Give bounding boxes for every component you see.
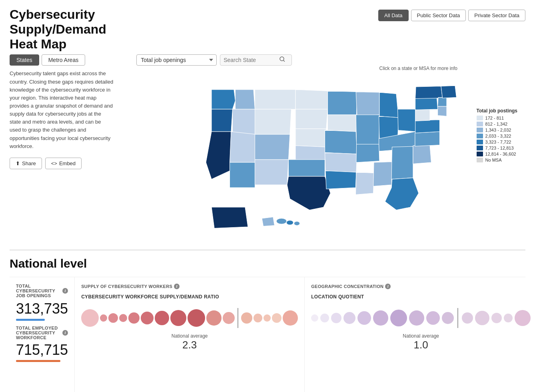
- state-ia[interactable]: [328, 115, 357, 132]
- state-id-s[interactable]: [233, 109, 257, 134]
- search-state-box[interactable]: [220, 54, 292, 66]
- legend-swatch-3: [477, 128, 483, 132]
- header: Cybersecurity Supply/Demand Heat Map All…: [0, 0, 535, 51]
- state-wa[interactable]: [212, 90, 236, 109]
- state-id[interactable]: [236, 90, 255, 109]
- lq-bubble-14: [504, 314, 513, 322]
- svg-line-1: [283, 60, 285, 62]
- state-ny[interactable]: [415, 86, 443, 99]
- state-ar[interactable]: [325, 153, 357, 172]
- lq-bubble-5: [357, 311, 371, 325]
- state-nv[interactable]: [230, 132, 257, 162]
- state-co[interactable]: [255, 134, 290, 160]
- state-va[interactable]: [415, 120, 440, 133]
- state-oh[interactable]: [398, 109, 416, 132]
- legend-swatch-2: [477, 122, 483, 126]
- action-buttons: ⬆ Share <> Embed: [10, 158, 114, 169]
- state-ga[interactable]: [391, 146, 413, 179]
- supply-bubble-7: [155, 311, 169, 325]
- description-text: Cybersecurity talent gaps exist across t…: [10, 70, 114, 150]
- supply-bubble-16: [283, 310, 298, 326]
- supply-info-icon[interactable]: i: [174, 284, 180, 289]
- private-sector-button[interactable]: Private Sector Data: [468, 10, 525, 21]
- job-openings-bar: [16, 319, 45, 321]
- employed-bar: [16, 360, 60, 362]
- embed-icon: <>: [51, 160, 57, 166]
- state-ca[interactable]: [206, 132, 231, 179]
- legend-label-4: 2,033 - 3,322: [485, 134, 511, 138]
- state-al[interactable]: [373, 162, 392, 186]
- legend-label-3: 1,343 - 2,032: [485, 128, 511, 132]
- state-nc[interactable]: [415, 132, 440, 146]
- state-hi-4[interactable]: [294, 222, 300, 226]
- state-nd[interactable]: [295, 90, 329, 109]
- legend-label-2: 812 - 1,342: [485, 122, 508, 126]
- geo-info-icon[interactable]: i: [385, 284, 391, 289]
- state-wy[interactable]: [255, 109, 291, 134]
- lq-bubble-2: [320, 314, 329, 322]
- state-il[interactable]: [356, 115, 379, 146]
- state-pa[interactable]: [415, 98, 438, 110]
- state-hi[interactable]: [262, 217, 275, 226]
- supply-bubble-6: [141, 312, 154, 324]
- search-state-input[interactable]: [224, 57, 279, 63]
- supply-bubble-12: [241, 312, 252, 324]
- job-openings-info-icon[interactable]: i: [62, 288, 68, 294]
- state-ne[interactable]: [295, 129, 326, 147]
- us-map[interactable]: Total job postings 172 - 811 812 - 1,342…: [122, 73, 525, 241]
- embed-button[interactable]: <> Embed: [45, 158, 82, 169]
- state-wi[interactable]: [356, 92, 379, 116]
- employed-info-icon[interactable]: i: [62, 330, 68, 336]
- supply-bubble-9: [188, 309, 205, 327]
- legend-swatch-4: [477, 134, 483, 138]
- state-sd[interactable]: [295, 109, 328, 129]
- legend-item-5: 3,323 - 7,722: [477, 140, 517, 144]
- metro-areas-button[interactable]: Metro Areas: [42, 54, 85, 66]
- state-tn[interactable]: [356, 144, 379, 163]
- employed-label-text: TOTAL EMPLOYED CYBERSECURITY WORKFORCE: [16, 326, 61, 340]
- state-tx[interactable]: [287, 176, 331, 210]
- metrics-row: TOTAL CYBERSECURITY JOB OPENINGS i 313,7…: [10, 277, 525, 392]
- map-area: Click on a state or MSA for more info: [122, 66, 525, 242]
- job-openings-label-text: TOTAL CYBERSECURITY JOB OPENINGS: [16, 284, 61, 298]
- state-mt[interactable]: [255, 90, 296, 109]
- geo-label: GEOGRAPHIC CONCENTRATION i: [311, 284, 531, 289]
- job-openings-card: TOTAL CYBERSECURITY JOB OPENINGS i 313,7…: [10, 277, 75, 392]
- metric-dropdown[interactable]: Total job openings Supply of workers Geo…: [136, 54, 217, 66]
- state-la[interactable]: [325, 171, 356, 189]
- state-or[interactable]: [212, 109, 233, 132]
- state-sc[interactable]: [413, 145, 431, 164]
- state-ok[interactable]: [289, 160, 325, 176]
- legend-item-4: 2,033 - 3,322: [477, 134, 517, 138]
- state-ak[interactable]: [212, 207, 248, 228]
- state-hi-2[interactable]: [276, 218, 286, 224]
- state-nm[interactable]: [255, 160, 289, 185]
- state-az[interactable]: [230, 162, 255, 188]
- lq-bubble-12: [475, 311, 489, 325]
- state-md[interactable]: [438, 106, 447, 116]
- title-block: Cybersecurity Supply/Demand Heat Map: [10, 7, 106, 51]
- supply-sub-text: CYBERSECURITY WORKFORCE SUPPLY/DEMAND RA…: [81, 294, 219, 300]
- states-button[interactable]: States: [10, 54, 39, 66]
- public-sector-button[interactable]: Public Sector Data: [411, 10, 466, 21]
- lq-label-text: LOCATION QUOTIENT: [311, 294, 364, 300]
- state-mo[interactable]: [325, 130, 357, 154]
- state-hi-3[interactable]: [287, 220, 293, 225]
- state-ms[interactable]: [356, 172, 374, 195]
- state-wv[interactable]: [415, 109, 430, 121]
- state-mn[interactable]: [328, 91, 357, 115]
- lq-sub-label: LOCATION QUOTIENT: [311, 294, 531, 300]
- lq-chart-line: [457, 308, 458, 328]
- supply-bubble-1: [81, 309, 99, 327]
- all-data-button[interactable]: All Data: [378, 10, 409, 21]
- job-openings-label: TOTAL CYBERSECURITY JOB OPENINGS i: [16, 284, 68, 298]
- supply-bubble-15: [272, 313, 281, 323]
- share-button[interactable]: ⬆ Share: [10, 158, 42, 169]
- legend-label-1: 172 - 811: [485, 116, 504, 120]
- supply-avg-label: National average: [81, 333, 298, 339]
- state-ne-states[interactable]: [441, 86, 457, 98]
- legend-swatch-1: [477, 116, 483, 120]
- state-mi[interactable]: [379, 92, 399, 118]
- state-nj[interactable]: [438, 98, 447, 106]
- left-panel: Cybersecurity talent gaps exist across t…: [10, 66, 114, 242]
